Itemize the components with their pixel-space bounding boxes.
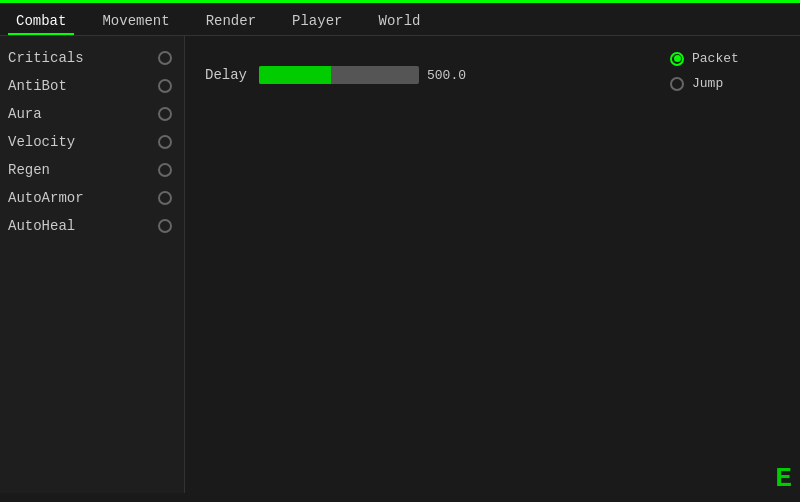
radio-criticals[interactable] xyxy=(158,51,172,65)
sidebar-item-regen[interactable]: Regen xyxy=(0,156,184,184)
sidebar-item-criticals[interactable]: Criticals xyxy=(0,44,184,72)
radio-dot-jump[interactable] xyxy=(670,77,684,91)
tab-render[interactable]: Render xyxy=(198,9,264,35)
center-panel: Delay 500.0 xyxy=(185,36,660,493)
tab-world[interactable]: World xyxy=(370,9,428,35)
sidebar-label-autoarmor: AutoArmor xyxy=(8,190,84,206)
delay-label: Delay xyxy=(205,67,247,83)
radio-autoheal[interactable] xyxy=(158,219,172,233)
tab-combat[interactable]: Combat xyxy=(8,9,74,35)
tab-movement[interactable]: Movement xyxy=(94,9,177,35)
radio-velocity[interactable] xyxy=(158,135,172,149)
sidebar-label-autoheal: AutoHeal xyxy=(8,218,75,234)
right-panel: Packet Jump xyxy=(660,36,800,493)
sidebar-label-velocity: Velocity xyxy=(8,134,75,150)
main-content: Criticals AntiBot Aura Velocity Regen Au… xyxy=(0,36,800,493)
slider-fill xyxy=(259,66,331,84)
radio-aura[interactable] xyxy=(158,107,172,121)
nav-tabs: Combat Movement Render Player World xyxy=(0,3,800,36)
sidebar-item-aura[interactable]: Aura xyxy=(0,100,184,128)
sidebar-label-antibot: AntiBot xyxy=(8,78,67,94)
sidebar-label-criticals: Criticals xyxy=(8,50,84,66)
slider-container: 500.0 xyxy=(259,66,467,84)
slider-track[interactable] xyxy=(259,66,419,84)
bottom-logo: E xyxy=(775,463,792,494)
sidebar-item-velocity[interactable]: Velocity xyxy=(0,128,184,156)
sidebar-label-aura: Aura xyxy=(8,106,42,122)
radio-antibot[interactable] xyxy=(158,79,172,93)
option-jump[interactable]: Jump xyxy=(670,76,790,91)
sidebar-item-antibot[interactable]: AntiBot xyxy=(0,72,184,100)
sidebar-label-regen: Regen xyxy=(8,162,50,178)
tab-player[interactable]: Player xyxy=(284,9,350,35)
radio-regen[interactable] xyxy=(158,163,172,177)
option-label-packet: Packet xyxy=(692,51,739,66)
radio-dot-packet[interactable] xyxy=(670,52,684,66)
sidebar-item-autoheal[interactable]: AutoHeal xyxy=(0,212,184,240)
delay-section: Delay 500.0 xyxy=(205,66,640,84)
sidebar: Criticals AntiBot Aura Velocity Regen Au… xyxy=(0,36,185,493)
option-label-jump: Jump xyxy=(692,76,723,91)
sidebar-item-autoarmor[interactable]: AutoArmor xyxy=(0,184,184,212)
option-packet[interactable]: Packet xyxy=(670,51,790,66)
slider-value: 500.0 xyxy=(427,68,467,83)
radio-autoarmor[interactable] xyxy=(158,191,172,205)
